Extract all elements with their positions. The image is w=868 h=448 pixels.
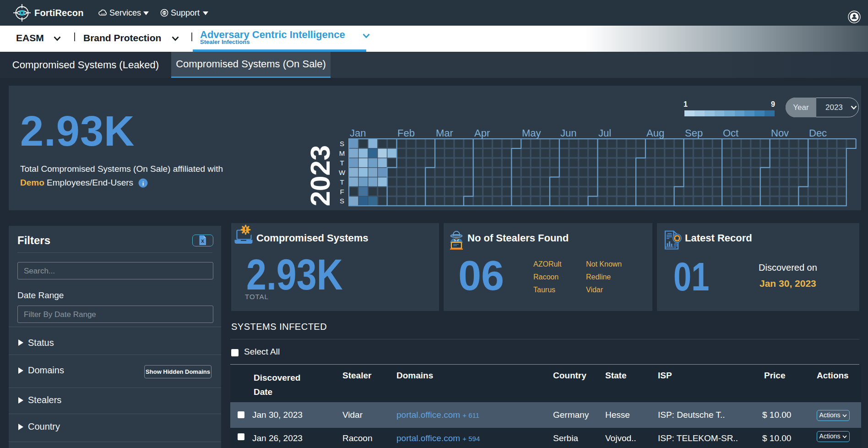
svg-text:x: x bbox=[201, 238, 204, 244]
svg-text:24: 24 bbox=[163, 11, 166, 14]
svg-text:i: i bbox=[142, 180, 144, 187]
